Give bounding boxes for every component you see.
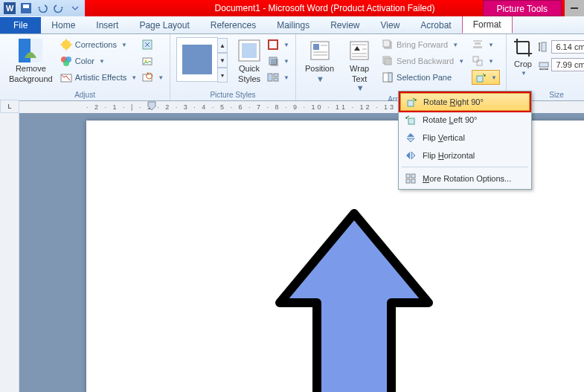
svg-rect-39: [383, 40, 390, 47]
redo-icon[interactable]: [52, 1, 65, 15]
menu-rotate-right[interactable]: Rotate Right 90°: [400, 93, 530, 111]
reset-picture-icon[interactable]: ▼: [141, 70, 164, 85]
group-picture-styles-label: Picture Styles: [176, 89, 289, 99]
title-bar: W Document1 - Microsoft Word (Product Ac…: [0, 0, 584, 16]
artistic-effects-button[interactable]: Artistic Effects▼: [60, 70, 137, 85]
svg-rect-21: [242, 43, 257, 58]
bring-forward-button: Bring Forward▼: [382, 37, 464, 52]
svg-rect-4: [571, 7, 578, 9]
group-button: ▼: [472, 54, 500, 68]
group-adjust-label: Adjust: [6, 89, 164, 99]
gallery-more-icon[interactable]: ▾: [217, 68, 228, 83]
svg-rect-50: [542, 42, 546, 51]
tab-home[interactable]: Home: [41, 17, 86, 33]
selection-pane-label: Selection Pane: [397, 73, 452, 82]
rotate-left-icon: [405, 114, 417, 126]
compress-pictures-icon[interactable]: [141, 37, 164, 52]
picture-layout-icon[interactable]: ▼: [267, 70, 289, 85]
position-button[interactable]: Position ▼: [302, 37, 337, 94]
menu-flip-vertical-label: Flip Vertical: [423, 133, 465, 142]
send-backward-label: Send Backward: [397, 57, 454, 65]
color-button[interactable]: Color▼: [60, 54, 137, 68]
corrections-button[interactable]: Corrections▼: [60, 37, 137, 52]
picture-tools-contextual-tab: Picture Tools: [483, 0, 562, 16]
tab-review[interactable]: Review: [320, 17, 370, 33]
svg-rect-45: [475, 42, 481, 45]
wrap-text-l2: Text: [352, 74, 367, 83]
rotate-button[interactable]: ▼: [472, 70, 500, 85]
menu-more-rotation[interactable]: More Rotation Options...: [400, 170, 530, 187]
color-label: Color: [75, 57, 94, 65]
crop-button[interactable]: Crop ▼: [513, 37, 533, 77]
svg-rect-22: [269, 40, 277, 49]
crop-label: Crop: [514, 60, 532, 68]
svg-rect-57: [411, 179, 415, 183]
ruler-corner[interactable]: L: [0, 100, 19, 113]
corrections-label: Corrections: [75, 40, 117, 49]
height-input[interactable]: 6.14 cm ▴▾: [538, 40, 584, 54]
picture-effects-icon[interactable]: ▼: [267, 54, 289, 68]
save-icon[interactable]: [19, 1, 33, 15]
menu-flip-horizontal[interactable]: Flip Horizontal: [400, 147, 530, 164]
wrap-text-l1: Wrap: [350, 64, 369, 73]
send-backward-button: Send Backward▼: [382, 54, 464, 68]
minimize-button[interactable]: [565, 0, 584, 16]
change-picture-icon[interactable]: [141, 54, 164, 68]
tab-mailings[interactable]: Mailings: [266, 17, 320, 33]
svg-rect-54: [406, 174, 410, 178]
menu-flip-horizontal-label: Flip Horizontal: [423, 151, 475, 160]
selection-pane-button[interactable]: Selection Pane: [382, 70, 464, 85]
quick-styles-button[interactable]: Quick Styles: [234, 37, 264, 85]
group-picture-styles: ▲ ▼ ▾ Quick Styles ▼ ▼ ▼ Picture Styl: [170, 34, 296, 100]
menu-rotate-left[interactable]: Rotate Left 90°: [400, 111, 530, 129]
tab-acrobat[interactable]: Acrobat: [410, 17, 461, 33]
flip-vertical-icon: [405, 132, 417, 144]
svg-rect-6: [31, 39, 42, 62]
gallery-up-icon[interactable]: ▲: [217, 38, 228, 53]
tab-format[interactable]: Format: [462, 16, 513, 33]
menu-rotate-right-label: Rotate Right 90°: [423, 97, 484, 106]
remove-background-button[interactable]: Remove Background: [6, 37, 56, 85]
undo-icon[interactable]: [36, 1, 49, 15]
vertical-ruler[interactable]: [0, 113, 19, 392]
tab-view[interactable]: View: [370, 17, 411, 33]
tab-insert[interactable]: Insert: [86, 17, 129, 33]
remove-bg-label2: Background: [9, 74, 53, 83]
width-value[interactable]: 7.99 cm: [551, 58, 584, 71]
svg-rect-3: [23, 4, 29, 8]
ribbon-tabs: File Home Insert Page Layout References …: [0, 16, 584, 34]
svg-rect-27: [274, 78, 278, 81]
picture-border-icon[interactable]: ▼: [267, 37, 289, 52]
group-adjust: Remove Background Corrections▼ Color▼ Ar…: [0, 34, 170, 100]
wrap-text-button[interactable]: Wrap Text ▼: [344, 37, 374, 94]
menu-flip-vertical[interactable]: Flip Vertical: [400, 129, 530, 147]
svg-text:W: W: [6, 4, 14, 13]
inserted-picture[interactable]: [265, 206, 443, 392]
svg-rect-53: [408, 118, 414, 124]
flip-horizontal-icon: [405, 150, 417, 161]
remove-bg-label1: Remove: [16, 64, 46, 73]
svg-rect-5: [19, 39, 31, 62]
svg-point-14: [63, 60, 69, 66]
svg-rect-26: [274, 74, 278, 77]
svg-rect-49: [477, 76, 483, 82]
word-app-icon[interactable]: W: [3, 1, 16, 15]
width-input[interactable]: 7.99 cm ▴▾: [538, 58, 584, 71]
tab-references[interactable]: References: [200, 17, 266, 33]
svg-point-7: [62, 40, 71, 49]
picture-style-gallery[interactable]: ▲ ▼ ▾: [176, 37, 218, 82]
svg-rect-51: [539, 62, 548, 67]
gallery-down-icon[interactable]: ▼: [217, 53, 228, 68]
svg-rect-56: [406, 179, 410, 183]
svg-rect-46: [473, 46, 482, 48]
height-value[interactable]: 6.14 cm: [551, 40, 584, 54]
rotate-right-icon: [405, 96, 417, 108]
tab-page-layout[interactable]: Page Layout: [129, 17, 199, 33]
svg-rect-48: [477, 60, 482, 65]
qat-customize-icon[interactable]: [68, 1, 82, 15]
svg-rect-25: [268, 74, 272, 81]
tab-file[interactable]: File: [0, 17, 41, 33]
bring-forward-label: Bring Forward: [397, 40, 448, 49]
quick-styles-l2: Styles: [238, 74, 260, 83]
align-button: ▼: [472, 37, 500, 52]
